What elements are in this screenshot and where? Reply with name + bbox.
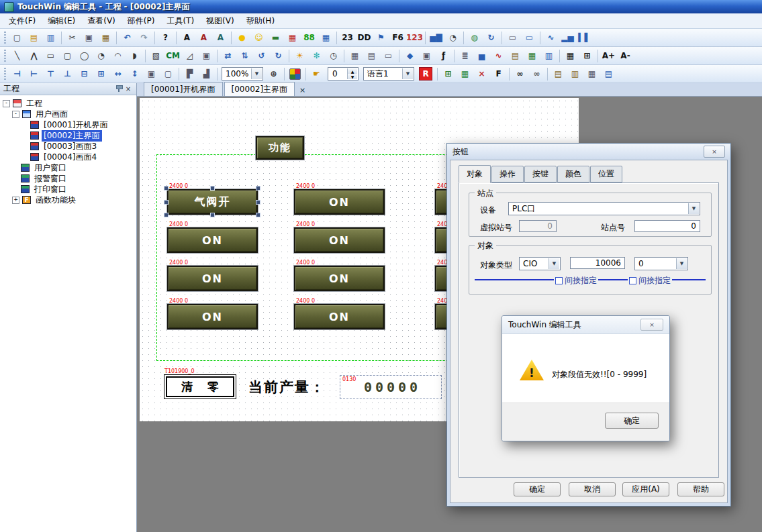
collapse-icon[interactable]: -: [3, 100, 10, 107]
toolbar-grip[interactable]: [4, 32, 6, 44]
document-tab[interactable]: [00002]主界面: [224, 82, 295, 96]
smile-lamp-icon[interactable]: ☺: [250, 30, 267, 46]
snow-tool-icon[interactable]: ✻: [308, 48, 325, 64]
bar-tool-icon[interactable]: ▅: [473, 48, 490, 64]
scale-tool-icon[interactable]: ◿: [181, 48, 198, 64]
msgbox-close-icon[interactable]: ×: [640, 319, 663, 331]
menu-item[interactable]: 视图(V): [200, 13, 240, 29]
zoom-in-icon[interactable]: ⊕: [265, 66, 282, 82]
add-screen-icon[interactable]: ⊞: [440, 66, 457, 82]
recipe-table-icon[interactable]: ▤: [363, 48, 380, 64]
calendar-icon[interactable]: ▦: [583, 66, 600, 82]
tree-item[interactable]: [00001]开机界面: [0, 119, 136, 130]
hmi-number-display[interactable]: 0130 00000: [340, 375, 442, 399]
dialog-button[interactable]: 应用(A): [622, 482, 669, 496]
object-bit-select[interactable]: 0: [634, 257, 688, 270]
hex-part-icon[interactable]: F6: [389, 30, 406, 46]
same-width-icon[interactable]: ↔: [109, 66, 126, 82]
font-color-icon[interactable]: A: [195, 30, 212, 46]
align-top-icon[interactable]: ⊤: [42, 66, 59, 82]
language-select[interactable]: 语言1: [363, 67, 414, 81]
paste-icon[interactable]: ▦: [97, 30, 114, 46]
align-bottom-icon[interactable]: ⊥: [59, 66, 76, 82]
dialog-tab[interactable]: 对象: [459, 165, 491, 183]
dialog-button[interactable]: 取消: [569, 482, 616, 496]
checkbox-icon[interactable]: [555, 277, 563, 284]
hmi-on-button[interactable]: ON: [167, 304, 258, 329]
send-back-icon[interactable]: ▟: [198, 66, 215, 82]
tree-item[interactable]: 用户窗口: [0, 162, 136, 173]
download-save-icon[interactable]: ▥: [567, 66, 583, 82]
group-tool-icon[interactable]: ▣: [198, 48, 215, 64]
big-table-icon[interactable]: ▦: [562, 48, 579, 64]
selection-handle[interactable]: [164, 213, 169, 217]
align-left-icon[interactable]: ⊣: [9, 66, 26, 82]
dialog-tab[interactable]: 操作: [491, 166, 524, 182]
font-grow-icon[interactable]: A+: [600, 48, 617, 64]
menu-item[interactable]: 工具(T): [160, 13, 200, 29]
font-shrink-icon[interactable]: A-: [617, 48, 634, 64]
center-h-icon[interactable]: ⊟: [76, 66, 93, 82]
help-icon[interactable]: ?: [157, 30, 174, 46]
hmi-on-button[interactable]: ON: [167, 227, 258, 253]
object-type-select[interactable]: CIO: [519, 257, 561, 270]
hand-icon[interactable]: ☛: [308, 66, 325, 82]
window-part-icon[interactable]: ▭: [504, 30, 521, 46]
tree-item[interactable]: +F函数功能块: [0, 195, 136, 205]
toolbar-grip[interactable]: [4, 50, 6, 62]
expand-icon[interactable]: +: [12, 197, 19, 204]
selection-handle[interactable]: [164, 186, 169, 191]
number-part-icon[interactable]: 123: [406, 30, 423, 46]
simulate-icon[interactable]: ∞: [528, 66, 545, 82]
text-part-icon[interactable]: ▦: [284, 30, 301, 46]
hmi-clear-button[interactable]: 清 零: [164, 374, 236, 399]
dialog-button[interactable]: 帮助: [677, 482, 724, 496]
value-spinner[interactable]: 0: [328, 67, 359, 81]
meter-part-icon[interactable]: ◔: [444, 30, 461, 46]
round-rect-icon[interactable]: ▢: [59, 48, 76, 64]
tree-item[interactable]: [00003]画面3: [0, 141, 136, 152]
center-v-icon[interactable]: ⊞: [93, 66, 109, 82]
hmi-on-button[interactable]: ON: [294, 227, 385, 253]
hmi-on-button[interactable]: ON: [294, 266, 385, 291]
rotate-left-icon[interactable]: ↺: [253, 48, 270, 64]
cm-tool-icon[interactable]: CM: [164, 48, 181, 64]
tree-item[interactable]: 打印窗口: [0, 184, 136, 195]
menu-item[interactable]: 查看(V): [81, 13, 122, 29]
undo-icon[interactable]: ↶: [119, 30, 136, 46]
font-icon[interactable]: A: [179, 30, 195, 46]
selection-handle[interactable]: [256, 200, 260, 205]
same-height-icon[interactable]: ↕: [126, 66, 143, 82]
select-tool-icon[interactable]: ▧: [148, 48, 164, 64]
document-tab[interactable]: [00001]开机界面: [144, 82, 223, 96]
delete-icon[interactable]: ×: [473, 66, 490, 82]
shield-tool-icon[interactable]: ◆: [401, 48, 418, 64]
globe-part-icon[interactable]: ◍: [466, 30, 483, 46]
tree-item[interactable]: [00002]主界面: [0, 130, 136, 141]
sheet-tool-icon[interactable]: ⊞: [579, 48, 596, 64]
tree-item[interactable]: 报警窗口: [0, 173, 136, 184]
ladder-tool-icon[interactable]: ≣: [457, 48, 473, 64]
tree-item[interactable]: -工程: [0, 98, 136, 109]
rotate-right-icon[interactable]: ↻: [270, 48, 287, 64]
push-button-icon[interactable]: ▬: [267, 30, 284, 46]
collapse-icon[interactable]: -: [12, 111, 19, 118]
lamp-tool-icon[interactable]: ☀: [291, 48, 308, 64]
checkbox-icon[interactable]: [629, 277, 636, 284]
new-icon[interactable]: ▢: [9, 30, 26, 46]
save-icon[interactable]: ▥: [42, 30, 59, 46]
indirect-checkbox-2[interactable]: 间接指定: [628, 275, 672, 286]
chord-icon[interactable]: ◗: [126, 48, 143, 64]
image-tool-icon[interactable]: ▦: [524, 48, 540, 64]
panel-close-icon[interactable]: ×: [124, 85, 133, 93]
hmi-on-button[interactable]: 气阀开: [167, 189, 258, 215]
download-open-icon[interactable]: ▤: [550, 66, 567, 82]
upload-icon[interactable]: ▤: [600, 66, 617, 82]
trend-part-icon[interactable]: ∿: [542, 30, 559, 46]
cut-icon[interactable]: ✂: [64, 30, 81, 46]
menu-item[interactable]: 部件(P): [122, 13, 161, 29]
selection-handle[interactable]: [210, 213, 215, 217]
toolbar-grip[interactable]: [4, 68, 6, 80]
preview-icon[interactable]: ∞: [512, 66, 528, 82]
menu-item[interactable]: 文件(F): [3, 13, 42, 29]
